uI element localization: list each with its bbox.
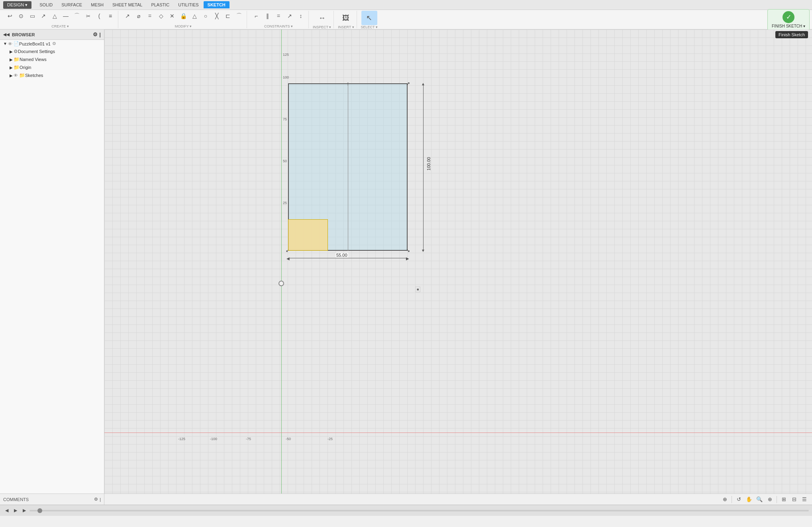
finish-sketch-tooltip: Finish Sketch xyxy=(775,31,808,38)
pan-icon[interactable]: ✋ xyxy=(745,495,753,504)
modify-tool5[interactable]: ✕ xyxy=(167,11,177,21)
comments-options[interactable]: ⚙ xyxy=(94,497,98,502)
design-menu[interactable]: DESIGN ▾ xyxy=(3,1,31,9)
zoom-fit-icon[interactable]: ⊕ xyxy=(765,495,774,504)
browser-empty xyxy=(0,79,104,494)
modify-lock[interactable]: 🔒 xyxy=(178,11,188,21)
browser-header: ◀◀ BROWSER ⚙ | xyxy=(0,29,104,40)
named-views-expand[interactable]: ▶ xyxy=(10,57,13,62)
constraint3[interactable]: = xyxy=(273,11,284,21)
modify-tool2[interactable]: ⌀ xyxy=(133,11,144,21)
line-tool2[interactable]: — xyxy=(61,11,71,21)
browser-options[interactable]: ⚙ xyxy=(93,31,98,37)
ruler-x-n125: -125 xyxy=(178,437,185,441)
browser-collapse[interactable]: ◀◀ xyxy=(3,32,10,37)
finish-sketch-button[interactable]: ✓ FINISH SKETCH ▾ xyxy=(767,9,810,30)
circle-tool[interactable]: ⊙ xyxy=(16,11,26,21)
bottom-right-handle[interactable]: ↘ xyxy=(406,248,410,253)
home-view-icon[interactable]: ⊕ xyxy=(720,495,729,504)
insert-image[interactable]: 🖼 xyxy=(338,11,354,25)
modify-circle[interactable]: ○ xyxy=(200,11,211,21)
browser-item-named-views-label: Named Views xyxy=(20,57,47,62)
browser-item-sketches[interactable]: ▶ 👁 📁 Sketches xyxy=(0,71,104,79)
grid-icon[interactable]: ⊞ xyxy=(779,495,788,504)
select-label: SELECT ▾ xyxy=(361,25,378,29)
timeline-prev[interactable]: ◀ xyxy=(3,507,10,514)
pattern-tool[interactable]: ≡ xyxy=(105,11,116,21)
tab-plastic[interactable]: PLASTIC xyxy=(147,1,173,8)
modify-arc[interactable]: ⌒ xyxy=(234,11,244,21)
zoom-icon[interactable]: 🔍 xyxy=(755,495,764,504)
dim-left-arrow: ◀ xyxy=(286,256,290,261)
root-options-icon[interactable]: ⚙ xyxy=(52,41,56,46)
fillet-tool[interactable]: ⌒ xyxy=(72,11,82,21)
root-doc-icon: 📄 xyxy=(14,41,19,46)
toolbar-group-select: ↖ SELECT ▾ xyxy=(359,11,380,28)
tab-mesh[interactable]: MESH xyxy=(87,1,108,8)
constraint2[interactable]: ‖ xyxy=(262,11,273,21)
timeline-play[interactable]: ▶ xyxy=(12,507,19,514)
toolbar-group-modify: ↗ ⌀ = ◇ ✕ 🔒 △ ○ ╳ ⊏ ⌒ MODIFY ▾ xyxy=(120,11,247,28)
modify-tool4[interactable]: ◇ xyxy=(156,11,166,21)
tab-sheet-metal[interactable]: SHEET METAL xyxy=(108,1,146,8)
sketches-folder-icon: 📁 xyxy=(19,73,25,78)
browser-close[interactable]: | xyxy=(99,31,101,37)
comments-panel: COMMENTS ⚙ | xyxy=(0,494,104,505)
dim-value-width: 55.00 xyxy=(335,253,348,258)
view-cube-icon[interactable]: ☰ xyxy=(800,495,809,504)
browser-title: BROWSER xyxy=(12,32,35,37)
display-icon[interactable]: ⊟ xyxy=(790,495,798,504)
toolbar-divider-1 xyxy=(732,496,732,503)
dim-line-horizontal xyxy=(288,258,408,258)
constraint1[interactable]: ⌐ xyxy=(251,11,261,21)
browser-item-root[interactable]: ▼ 👁 📄 PuzzleBox01 v1 ⚙ xyxy=(0,40,104,47)
settings-expand[interactable]: ▶ xyxy=(10,49,13,54)
named-views-folder-icon: 📁 xyxy=(14,57,20,62)
browser-item-doc-settings[interactable]: ▶ ⚙ Document Settings xyxy=(0,47,104,55)
inspect-tool[interactable]: ↔ xyxy=(314,11,330,25)
orbit-icon[interactable]: ↺ xyxy=(734,495,743,504)
triangle-tool[interactable]: △ xyxy=(49,11,60,21)
browser-item-origin-label: Origin xyxy=(20,65,31,70)
browser-item-origin[interactable]: ▶ 📁 Origin xyxy=(0,63,104,71)
sketches-eye-icon[interactable]: 👁 xyxy=(14,73,18,78)
browser-item-doc-settings-label: Document Settings xyxy=(18,49,55,54)
top-right-handle[interactable]: ↗ xyxy=(406,81,410,87)
offset-tool[interactable]: ( xyxy=(94,11,104,21)
toolbar-group-create: ↩ ⊙ ▭ ↗ △ — ⌒ ✂ ( ≡ CREATE ▾ xyxy=(2,11,118,28)
origin-point xyxy=(279,281,284,286)
modify-tool3[interactable]: = xyxy=(145,11,155,21)
root-collapse[interactable]: ▼ xyxy=(3,41,7,46)
center-line-v xyxy=(348,83,348,251)
toolbar-group-constraints: ⌐ ‖ = ↗ ↕ CONSTRAINTS ▾ xyxy=(249,11,309,28)
modify-triangle[interactable]: △ xyxy=(189,11,200,21)
modify-tool1[interactable]: ↗ xyxy=(122,11,133,21)
ruler-x-n50: -50 xyxy=(286,437,291,441)
timeline-next[interactable]: ▶ xyxy=(21,507,28,514)
origin-expand[interactable]: ▶ xyxy=(10,65,13,70)
browser-panel: ◀◀ BROWSER ⚙ | ▼ 👁 📄 PuzzleBox01 v1 ⚙ ▶ … xyxy=(0,29,104,505)
constraints-label: CONSTRAINTS ▾ xyxy=(264,24,293,28)
modify-rect2[interactable]: ⊏ xyxy=(223,11,233,21)
tab-solid[interactable]: SOLID xyxy=(35,1,57,8)
select-tool[interactable]: ↖ xyxy=(361,11,377,25)
modify-cross[interactable]: ╳ xyxy=(212,11,222,21)
arc-tool[interactable]: ↗ xyxy=(38,11,49,21)
constraint4[interactable]: ↗ xyxy=(284,11,295,21)
trim-tool[interactable]: ✂ xyxy=(83,11,93,21)
comments-close[interactable]: | xyxy=(100,497,101,502)
constraint5[interactable]: ↕ xyxy=(296,11,306,21)
line-tool[interactable]: ↩ xyxy=(5,11,15,21)
tab-utilities[interactable]: UTILITIES xyxy=(174,1,202,8)
root-eye-icon[interactable]: 👁 xyxy=(8,41,12,46)
sketches-expand[interactable]: ▶ xyxy=(10,73,13,78)
browser-item-named-views[interactable]: ▶ 📁 Named Views xyxy=(0,55,104,63)
tab-surface[interactable]: SURFACE xyxy=(57,1,86,8)
toolbar-divider-2 xyxy=(777,496,777,503)
modify-label: MODIFY ▾ xyxy=(175,24,192,28)
browser-item-sketches-label: Sketches xyxy=(25,73,43,78)
timeline-thumb[interactable] xyxy=(37,508,42,513)
rect-tool[interactable]: ▭ xyxy=(27,11,37,21)
tab-sketch[interactable]: SKETCH xyxy=(204,1,229,8)
browser-item-root-label: PuzzleBox01 v1 xyxy=(19,41,51,46)
